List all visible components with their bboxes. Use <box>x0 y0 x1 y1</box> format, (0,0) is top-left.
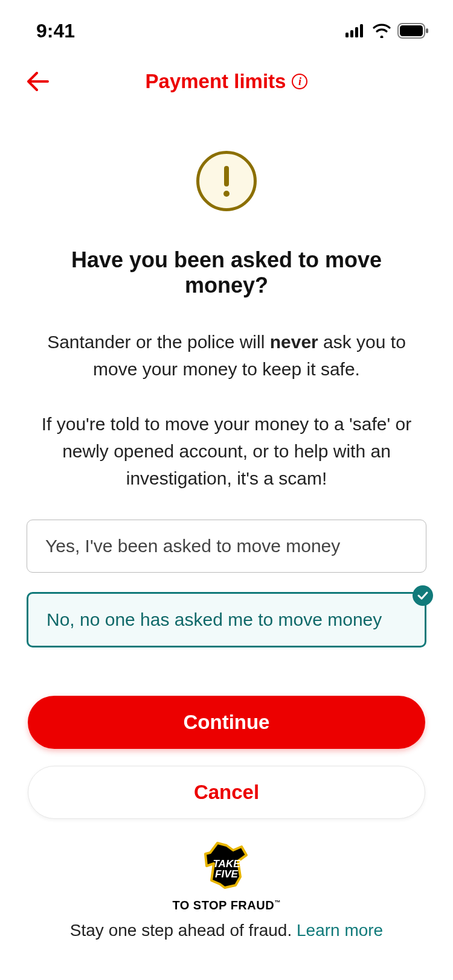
status-icons <box>345 23 429 39</box>
svg-rect-1 <box>350 30 353 37</box>
svg-point-8 <box>223 191 230 197</box>
option-label: No, no one has asked me to move money <box>47 609 382 629</box>
cancel-button[interactable]: Cancel <box>28 766 425 819</box>
svg-rect-7 <box>224 166 229 186</box>
take-five-logo: TAKE FIVE TO STOP FRAUD™ <box>172 841 280 912</box>
footer-text: Stay one step ahead of fraud. Learn more <box>27 921 426 940</box>
option-no[interactable]: No, no one has asked me to move money <box>27 592 426 648</box>
option-yes[interactable]: Yes, I've been asked to move money <box>27 520 426 573</box>
page-title: Payment limits <box>146 70 286 93</box>
page-header: Payment limits i <box>0 48 453 115</box>
warning-icon <box>196 151 257 211</box>
cellular-icon <box>345 24 366 37</box>
svg-text:FIVE: FIVE <box>215 868 238 880</box>
take-five-subtitle: TO STOP FRAUD™ <box>172 899 280 912</box>
warning-para-1: Santander or the police will never ask y… <box>27 328 426 383</box>
back-button[interactable] <box>24 68 51 95</box>
action-buttons: Continue Cancel <box>27 696 426 819</box>
arrow-left-icon <box>26 72 49 91</box>
continue-button[interactable]: Continue <box>28 696 425 749</box>
svg-rect-0 <box>345 33 349 37</box>
question-heading: Have you been asked to move money? <box>27 247 426 298</box>
title-wrap: Payment limits i <box>146 70 308 93</box>
svg-rect-3 <box>360 24 363 37</box>
status-time: 9:41 <box>36 20 75 42</box>
check-icon <box>413 585 433 606</box>
warning-para-2: If you're told to move your money to a '… <box>27 410 426 492</box>
svg-rect-5 <box>400 25 423 36</box>
option-label: Yes, I've been asked to move money <box>45 536 340 556</box>
svg-rect-2 <box>355 27 358 37</box>
svg-rect-6 <box>426 28 428 33</box>
footer: TAKE FIVE TO STOP FRAUD™ Stay one step a… <box>27 841 426 940</box>
status-bar: 9:41 <box>0 0 453 48</box>
battery-icon <box>397 23 429 39</box>
main-content: Have you been asked to move money? Santa… <box>0 115 453 940</box>
learn-more-link[interactable]: Learn more <box>297 921 383 940</box>
options-group: Yes, I've been asked to move money No, n… <box>27 520 426 648</box>
wifi-icon <box>372 24 391 38</box>
info-icon[interactable]: i <box>292 74 307 89</box>
